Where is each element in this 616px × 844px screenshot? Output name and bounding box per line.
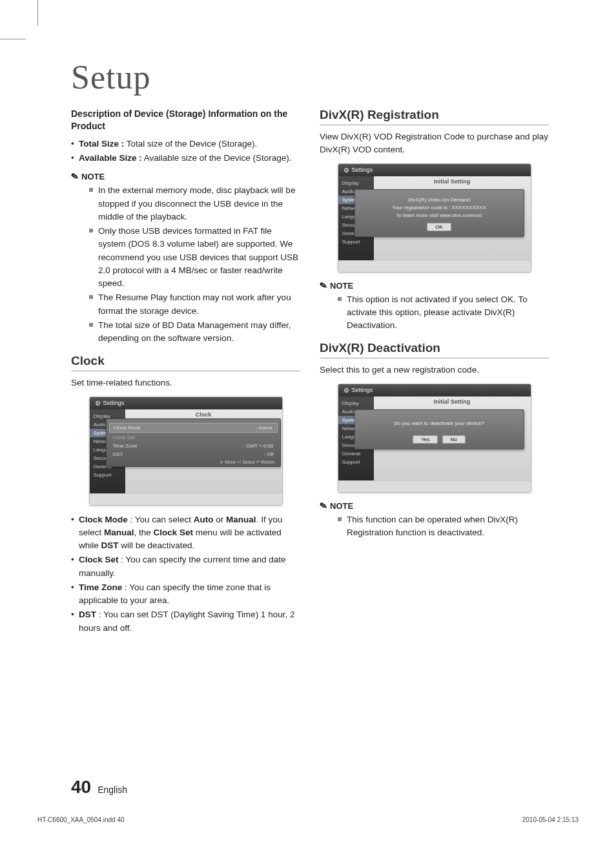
pencil-icon: ✎	[319, 280, 329, 291]
list-item: Total Size : Total size of the Device (S…	[71, 138, 300, 150]
right-column: DivX(R) Registration View DivX(R) VOD Re…	[320, 108, 549, 641]
list-item: Clock Mode : You can select Auto or Manu…	[71, 513, 300, 553]
doc-filename: HT-C6600_XAA_0504.indd 40	[37, 816, 125, 823]
divx-reg-intro: View DivX(R) VOD Registration Code to pu…	[320, 130, 549, 157]
gear-icon: ⚙	[344, 387, 349, 394]
list-item: The Resume Play function may not work af…	[89, 291, 300, 318]
divx-deact-screenshot: ⚙Settings Display Audio System Network L…	[338, 384, 531, 493]
note-label: ✎NOTE	[320, 280, 549, 291]
list-item: Clock Set : You can specify the current …	[71, 553, 300, 580]
list-item: This option is not activated if you sele…	[338, 293, 549, 333]
yes-button[interactable]: Yes	[413, 435, 438, 444]
storage-notes: In the external memory mode, disc playba…	[71, 184, 300, 345]
storage-heading: Description of Device (Storage) Informat…	[71, 108, 300, 132]
list-item: The total size of BD Data Management may…	[89, 319, 300, 345]
note-label: ✎NOTE	[320, 500, 549, 511]
list-item: Only those USB devices formatted in FAT …	[89, 225, 300, 290]
storage-list: Total Size : Total size of the Device (S…	[71, 138, 300, 165]
no-button[interactable]: No	[442, 435, 466, 444]
left-column: Description of Device (Storage) Informat…	[71, 108, 300, 641]
clock-heading: Clock	[71, 354, 300, 371]
page-language: English	[98, 785, 127, 795]
pencil-icon: ✎	[319, 500, 329, 511]
gear-icon: ⚙	[344, 167, 349, 174]
list-item: In the external memory mode, disc playba…	[89, 184, 300, 223]
page-number: 40	[71, 777, 91, 798]
page-title: Setup	[71, 58, 549, 96]
list-item: DST : You can set DST (Daylight Saving T…	[71, 608, 300, 635]
ok-button[interactable]: OK	[427, 223, 451, 231]
divx-reg-heading: DivX(R) Registration	[320, 108, 549, 125]
list-item: This function can be operated when DivX(…	[338, 513, 549, 540]
pencil-icon: ✎	[70, 170, 80, 182]
clock-settings-screenshot: ⚙Settings Display Audio System Network L…	[89, 396, 283, 506]
clock-intro: Set time-related functions.	[71, 376, 300, 389]
gear-icon: ⚙	[95, 400, 101, 407]
list-item: Available Size : Available size of the D…	[71, 152, 300, 165]
doc-timestamp: 2010-05-04 2:15:13	[522, 816, 579, 823]
divx-deact-heading: DivX(R) Deactivation	[320, 341, 549, 358]
divx-reg-screenshot: ⚙Settings Display Audio System Network L…	[338, 163, 531, 273]
document-meta: HT-C6600_XAA_0504.indd 40 2010-05-04 2:1…	[37, 816, 579, 823]
page-footer: 40 English	[71, 777, 549, 798]
list-item: Time Zone : You can specify the time zon…	[71, 581, 300, 608]
note-label: ✎NOTE	[71, 171, 300, 181]
divx-deact-intro: Select this to get a new registration co…	[320, 364, 549, 376]
clock-list: Clock Mode : You can select Auto or Manu…	[71, 513, 300, 635]
